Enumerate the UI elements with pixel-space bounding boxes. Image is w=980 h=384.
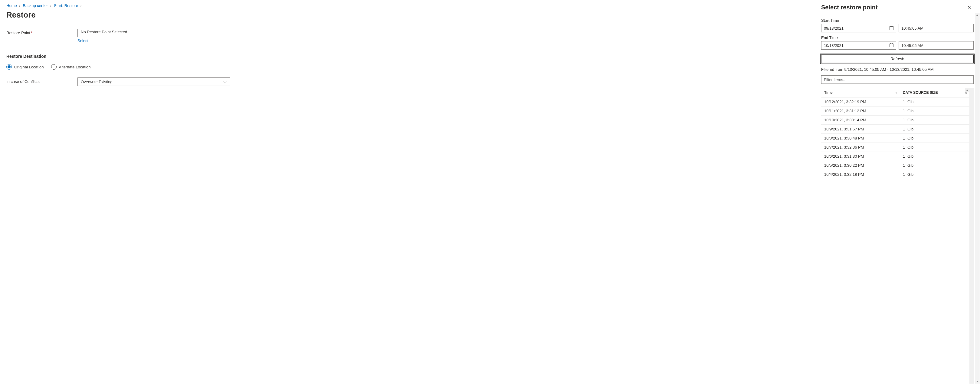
table-row[interactable]: 10/4/2021, 3:32:18 PM1Gib [821, 170, 969, 179]
page-title: Restore [6, 10, 36, 20]
cell-size: 1Gib [900, 134, 969, 143]
filter-items-input[interactable] [821, 75, 974, 84]
start-date-value: 09/13/2021 [824, 26, 843, 30]
start-time-label: Start Time [821, 18, 974, 23]
restore-point-value: No Restore Point Selected [81, 30, 127, 34]
radio-alternate-location[interactable]: Alternate Location [51, 64, 91, 70]
table-row[interactable]: 10/11/2021, 3:31:12 PM1Gib [821, 107, 969, 116]
breadcrumb: Home › Backup center › Start: Restore › [6, 3, 809, 8]
calendar-icon [889, 43, 894, 47]
cell-time: 10/8/2021, 3:30:48 PM [821, 134, 900, 143]
more-dots-icon[interactable]: ··· [41, 13, 46, 19]
filtered-range-text: Filtered from 9/13/2021, 10:45:05 AM - 1… [821, 67, 974, 72]
start-time-input[interactable]: 10:45:05 AM [899, 24, 974, 32]
panel-scrollbar[interactable] [975, 13, 980, 384]
cell-size: 1Gib [900, 107, 969, 116]
col-size[interactable]: DATA SOURCE SIZE ↑↓ [900, 88, 969, 97]
cell-size: 1Gib [900, 152, 969, 161]
col-time[interactable]: Time ↑↓ [821, 88, 900, 97]
cell-time: 10/7/2021, 3:32:36 PM [821, 143, 900, 152]
cell-size: 1Gib [900, 116, 969, 125]
restore-point-field[interactable]: No Restore Point Selected [78, 29, 230, 37]
cell-time: 10/4/2021, 3:32:18 PM [821, 170, 900, 179]
cell-size: 1Gib [900, 125, 969, 134]
cell-time: 10/9/2021, 3:31:57 PM [821, 125, 900, 134]
calendar-icon [889, 26, 894, 30]
table-row[interactable]: 10/6/2021, 3:31:30 PM1Gib [821, 152, 969, 161]
cell-size: 1Gib [900, 170, 969, 179]
end-date-value: 10/13/2021 [824, 43, 843, 48]
cell-size: 1Gib [900, 161, 969, 170]
start-time-value: 10:45:05 AM [901, 26, 923, 30]
table-row[interactable]: 10/8/2021, 3:30:48 PM1Gib [821, 134, 969, 143]
cell-time: 10/11/2021, 3:31:12 PM [821, 107, 900, 116]
scroll-down-icon[interactable] [975, 379, 980, 384]
chevron-right-icon: › [50, 3, 51, 8]
table-row[interactable]: 10/7/2021, 3:32:36 PM1Gib [821, 143, 969, 152]
cell-time: 10/12/2021, 3:32:19 PM [821, 97, 900, 107]
chevron-right-icon: › [19, 3, 20, 8]
radio-alternate-label: Alternate Location [59, 65, 91, 69]
radio-icon [51, 64, 57, 70]
conflicts-select[interactable]: Overwrite Existing [78, 78, 230, 86]
conflicts-value: Overwrite Existing [81, 80, 113, 84]
cell-time: 10/5/2021, 3:30:22 PM [821, 161, 900, 170]
end-time-input[interactable]: 10:45:05 AM [899, 41, 974, 49]
select-link[interactable]: Select [78, 38, 88, 43]
chevron-right-icon: › [81, 3, 82, 8]
cell-size: 1Gib [900, 97, 969, 107]
scroll-up-icon[interactable] [975, 13, 980, 18]
start-date-input[interactable]: 09/13/2021 [821, 24, 896, 32]
panel-title: Select restore point [821, 4, 878, 11]
cell-time: 10/6/2021, 3:31:30 PM [821, 152, 900, 161]
close-icon[interactable]: ✕ [965, 3, 974, 11]
conflicts-label: In case of Conflicts [6, 78, 78, 84]
chevron-down-icon [223, 79, 228, 83]
refresh-button[interactable]: Refresh [821, 54, 974, 63]
restore-destination-header: Restore Destination [6, 54, 809, 59]
breadcrumb-backup-center[interactable]: Backup center [23, 3, 48, 8]
table-row[interactable]: 10/9/2021, 3:31:57 PM1Gib [821, 125, 969, 134]
end-time-label: End Time [821, 35, 974, 40]
table-row[interactable]: 10/12/2021, 3:32:19 PM1Gib [821, 97, 969, 107]
breadcrumb-start-restore[interactable]: Start: Restore [54, 3, 78, 8]
restore-points-table: Time ↑↓ DATA SOURCE SIZE ↑↓ [821, 88, 969, 179]
end-time-value: 10:45:05 AM [901, 43, 923, 48]
sort-icon: ↑↓ [895, 91, 897, 94]
radio-icon [6, 64, 12, 70]
restore-point-label: Restore Point* [6, 29, 78, 35]
cell-time: 10/10/2021, 3:30:14 PM [821, 116, 900, 125]
scroll-up-icon[interactable] [965, 88, 969, 92]
radio-original-location[interactable]: Original Location [6, 64, 44, 70]
table-row[interactable]: 10/10/2021, 3:30:14 PM1Gib [821, 116, 969, 125]
cell-size: 1Gib [900, 143, 969, 152]
select-restore-point-panel: Select restore point ✕ Start Time 09/13/… [815, 0, 980, 384]
table-row[interactable]: 10/5/2021, 3:30:22 PM1Gib [821, 161, 969, 170]
radio-original-label: Original Location [14, 65, 44, 69]
breadcrumb-home[interactable]: Home [6, 3, 17, 8]
end-date-input[interactable]: 10/13/2021 [821, 41, 896, 49]
